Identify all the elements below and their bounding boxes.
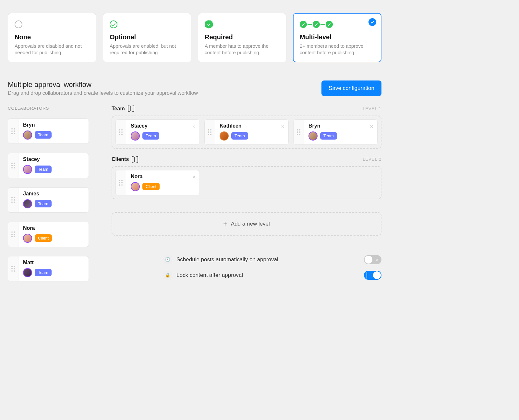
lock-icon: 🔒: [163, 271, 172, 279]
collaborator-card[interactable]: MattTeam: [8, 256, 89, 281]
drag-handle-icon[interactable]: [8, 256, 18, 281]
collaborator-name: Nora: [23, 225, 84, 231]
option-title: Required: [205, 33, 280, 41]
option-title: None: [15, 33, 90, 41]
approval-level: TeamLEVEL 1StaceyTeam×KathleenTeam×BrynT…: [112, 106, 381, 149]
section-header: Multiple approval workflow Drag and drop…: [8, 80, 381, 96]
role-tag: Team: [231, 132, 248, 140]
collaborator-card[interactable]: StaceyTeam: [8, 153, 89, 178]
toggle-switch[interactable]: ✕: [364, 255, 381, 264]
approval-mode-options: None Approvals are disabled and not need…: [8, 13, 381, 62]
level-index-label: LEVEL 1: [363, 106, 381, 111]
check-outline-icon: [110, 20, 117, 28]
drag-handle-icon[interactable]: [8, 153, 18, 178]
toggle-row: 🕘Schedule posts automatically on approva…: [163, 255, 381, 264]
option-required[interactable]: Required A member has to approve the con…: [198, 13, 286, 62]
option-desc: Approvals are enabled, but not required …: [110, 43, 185, 56]
collaborator-card[interactable]: JamesTeam: [8, 187, 89, 213]
toggle-switch[interactable]: [364, 271, 381, 280]
level-name: Team: [112, 106, 125, 112]
avatar: [23, 165, 32, 174]
role-tag: Client: [142, 183, 160, 190]
collaborator-name: Bryn: [23, 122, 84, 128]
collaborator-card[interactable]: NoraClient×: [115, 170, 200, 195]
collaborator-name: Bryn: [308, 123, 373, 129]
drag-handle-icon[interactable]: [205, 120, 215, 144]
drag-handle-icon[interactable]: [8, 222, 18, 247]
role-tag: Team: [35, 131, 52, 139]
role-tag: Team: [320, 132, 337, 140]
check-badge-icon: [205, 20, 213, 29]
collaborator-card[interactable]: StaceyTeam×: [115, 119, 200, 145]
approval-level: ClientsLEVEL 2NoraClient×: [112, 156, 381, 199]
level-dropzone[interactable]: StaceyTeam×KathleenTeam×BrynTeam×: [112, 116, 381, 149]
remove-member-button[interactable]: ×: [192, 124, 196, 130]
collaborator-card[interactable]: NoraClient: [8, 222, 89, 247]
role-tag: Team: [35, 269, 52, 276]
option-desc: 2+ members need to approve content befor…: [300, 43, 375, 56]
collaborator-name: Stacey: [23, 156, 84, 162]
level-dropzone[interactable]: NoraClient×: [112, 166, 381, 199]
add-level-button[interactable]: + Add a new level: [112, 212, 381, 236]
collaborator-card[interactable]: KathleenTeam×: [204, 119, 289, 145]
drag-handle-icon[interactable]: [294, 120, 304, 144]
avatar: [220, 131, 229, 141]
drag-handle-icon[interactable]: [8, 119, 18, 143]
multi-check-icon: [300, 21, 333, 28]
rename-level-icon[interactable]: [128, 106, 134, 111]
clock-icon: 🕘: [163, 255, 172, 264]
selected-check-icon: [368, 18, 376, 26]
rename-level-icon[interactable]: [132, 157, 138, 162]
level-index-label: LEVEL 2: [363, 157, 381, 162]
avatar: [23, 268, 32, 277]
role-tag: Team: [142, 132, 159, 140]
avatar: [23, 199, 32, 208]
drag-handle-icon[interactable]: [116, 120, 126, 144]
avatar: [308, 131, 318, 141]
option-title: Multi-level: [300, 33, 375, 41]
avatar: [23, 234, 32, 243]
role-tag: Team: [35, 200, 52, 207]
drag-handle-icon[interactable]: [116, 170, 126, 195]
collaborator-name: Stacey: [131, 123, 195, 129]
circle-empty-icon: [15, 20, 22, 28]
save-configuration-button[interactable]: Save configuration: [321, 80, 381, 96]
collaborator-name: Kathleen: [220, 123, 284, 129]
option-title: Optional: [110, 33, 185, 41]
toggle-row: 🔒Lock content after approval: [163, 271, 381, 280]
avatar: [131, 131, 140, 141]
option-multi-level[interactable]: Multi-level 2+ members need to approve c…: [293, 13, 381, 62]
add-level-label: Add a new level: [231, 221, 270, 227]
remove-member-button[interactable]: ×: [192, 174, 196, 180]
plus-icon: +: [223, 221, 227, 227]
collaborators-heading: COLLABORATORS: [8, 106, 92, 111]
toggle-label: Schedule posts automatically on approval: [176, 256, 357, 263]
drag-handle-icon[interactable]: [8, 188, 18, 212]
option-desc: Approvals are disabled and not needed fo…: [15, 43, 90, 56]
option-optional[interactable]: Optional Approvals are enabled, but not …: [103, 13, 191, 62]
level-name: Clients: [112, 156, 129, 162]
role-tag: Client: [35, 234, 52, 242]
collaborator-name: Nora: [131, 174, 195, 179]
role-tag: Team: [35, 166, 52, 173]
avatar: [23, 130, 32, 140]
collaborator-name: Matt: [23, 260, 84, 266]
remove-member-button[interactable]: ×: [370, 124, 373, 130]
option-desc: A member has to approve the content befo…: [205, 43, 280, 56]
option-none[interactable]: None Approvals are disabled and not need…: [8, 13, 96, 62]
collaborators-list: BrynTeamStaceyTeamJamesTeamNoraClientMat…: [8, 118, 92, 281]
section-subtitle: Drag and drop collaborators and create l…: [8, 90, 198, 96]
toggle-label: Lock content after approval: [176, 272, 357, 278]
collaborator-card[interactable]: BrynTeam×: [293, 119, 378, 145]
collaborator-name: James: [23, 191, 84, 197]
section-title: Multiple approval workflow: [8, 80, 198, 89]
collaborator-card[interactable]: BrynTeam: [8, 118, 89, 144]
remove-member-button[interactable]: ×: [281, 124, 284, 130]
toggles-list: 🕘Schedule posts automatically on approva…: [112, 255, 381, 280]
avatar: [131, 182, 140, 191]
